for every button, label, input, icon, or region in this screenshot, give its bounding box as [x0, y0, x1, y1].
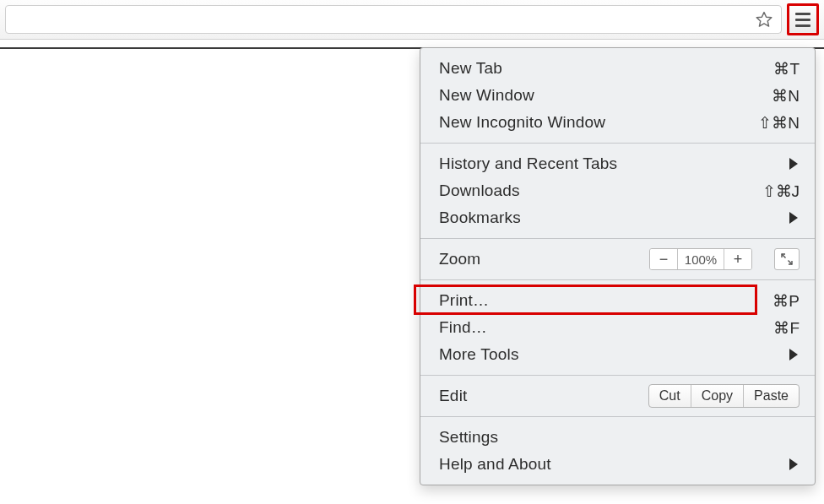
- menu-item-new-tab[interactable]: New Tab ⌘T: [420, 55, 815, 82]
- fullscreen-button[interactable]: [774, 248, 800, 270]
- chevron-right-icon: [789, 212, 798, 224]
- menu-item-find[interactable]: Find… ⌘F: [420, 314, 815, 341]
- address-bar[interactable]: [5, 5, 782, 34]
- shortcut: ⌘N: [749, 86, 800, 106]
- menu-item-print[interactable]: Print… ⌘P: [420, 287, 815, 314]
- svg-marker-0: [756, 13, 772, 27]
- menu-item-more-tools[interactable]: More Tools: [420, 341, 815, 368]
- menu-label: Settings: [439, 428, 749, 447]
- bookmark-star-icon[interactable]: [754, 9, 774, 30]
- shortcut: ⇧⌘J: [749, 182, 800, 201]
- menu-divider: [420, 416, 815, 417]
- menu-divider: [420, 238, 815, 239]
- menu-divider: [420, 143, 815, 144]
- menu-item-edit: Edit Cut Copy Paste: [420, 382, 815, 409]
- shortcut: ⌘P: [749, 291, 800, 311]
- menu-item-new-window[interactable]: New Window ⌘N: [420, 82, 815, 109]
- edit-button-group: Cut Copy Paste: [648, 384, 800, 408]
- menu-label: History and Recent Tabs: [439, 154, 749, 173]
- menu-item-downloads[interactable]: Downloads ⇧⌘J: [420, 177, 815, 204]
- menu-label: New Tab: [439, 59, 749, 78]
- zoom-percent: 100%: [678, 249, 724, 269]
- menu-item-settings[interactable]: Settings: [420, 424, 815, 451]
- menu-divider: [420, 279, 815, 280]
- menu-label: Edit: [439, 387, 648, 405]
- menu-item-history[interactable]: History and Recent Tabs: [420, 150, 815, 177]
- paste-button[interactable]: Paste: [744, 385, 799, 407]
- menu-item-help[interactable]: Help and About: [420, 451, 815, 478]
- zoom-in-button[interactable]: +: [724, 249, 751, 269]
- hamburger-icon: [795, 13, 810, 15]
- copy-button[interactable]: Copy: [691, 385, 743, 407]
- main-menu-button[interactable]: [787, 3, 819, 35]
- menu-label: More Tools: [439, 345, 749, 364]
- chevron-right-icon: [789, 349, 798, 360]
- menu-item-incognito[interactable]: New Incognito Window ⇧⌘N: [420, 109, 815, 136]
- shortcut: ⇧⌘N: [749, 113, 800, 133]
- menu-item-zoom: Zoom − 100% +: [420, 246, 815, 273]
- chevron-right-icon: [789, 158, 798, 170]
- menu-label: New Window: [439, 86, 749, 105]
- menu-label: Help and About: [439, 455, 749, 474]
- menu-label: Downloads: [439, 182, 749, 200]
- chevron-right-icon: [789, 458, 798, 470]
- menu-item-bookmarks[interactable]: Bookmarks: [420, 204, 815, 231]
- cut-button[interactable]: Cut: [649, 385, 691, 407]
- menu-label: Find…: [439, 318, 749, 337]
- menu-divider: [420, 375, 815, 376]
- menu-label: Zoom: [439, 250, 649, 268]
- menu-label: New Incognito Window: [439, 113, 749, 132]
- main-menu: New Tab ⌘T New Window ⌘N New Incognito W…: [420, 47, 816, 485]
- menu-label: Print…: [439, 291, 749, 310]
- zoom-button-group: − 100% +: [649, 248, 752, 270]
- menu-label: Bookmarks: [439, 209, 749, 227]
- shortcut: ⌘T: [749, 59, 800, 79]
- shortcut: ⌘F: [749, 318, 800, 338]
- browser-toolbar: [0, 0, 824, 40]
- zoom-out-button[interactable]: −: [650, 249, 677, 269]
